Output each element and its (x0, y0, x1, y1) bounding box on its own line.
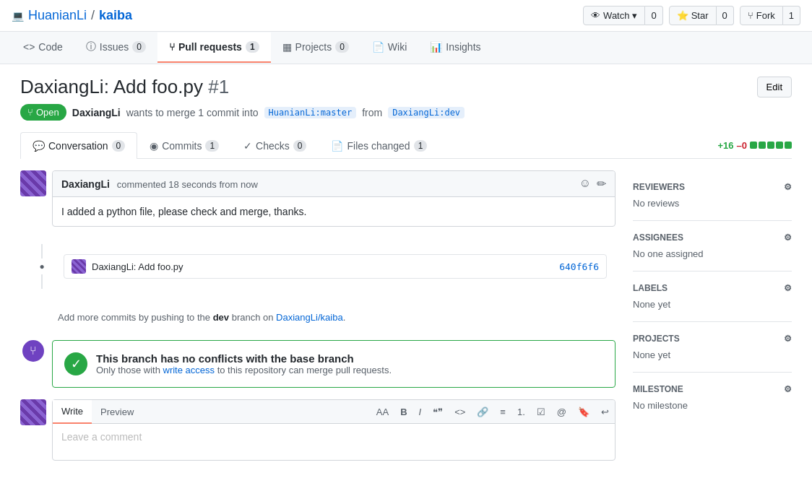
comment-author[interactable]: DaxiangLi (61, 178, 110, 190)
sidebar-milestone-title: Milestone ⚙ (633, 384, 792, 394)
emoji-button[interactable]: ☺ (579, 177, 591, 191)
tab-insights[interactable]: 📊 Insights (418, 32, 492, 63)
toolbar-italic-btn[interactable]: I (416, 405, 425, 419)
write-tab[interactable]: Write (53, 400, 92, 424)
commit-dot-icon: ● (39, 261, 44, 271)
toolbar-bold-btn[interactable]: B (397, 405, 410, 419)
source-branch[interactable]: DaxiangLi:dev (388, 107, 465, 118)
labels-gear-icon[interactable]: ⚙ (784, 283, 792, 293)
projects-gear-icon[interactable]: ⚙ (784, 334, 792, 344)
pr-main-content: DaxiangLi commented 18 seconds from now … (20, 170, 616, 461)
tab-commits[interactable]: ◉ Commits 1 (137, 132, 231, 159)
merge-text: This branch has no conflicts with the ba… (96, 352, 392, 375)
toolbar-code-btn[interactable]: <> (452, 405, 468, 419)
repo-separator: / (91, 8, 95, 23)
assignees-value: No one assigned (633, 248, 792, 259)
write-area[interactable]: Leave a comment (53, 424, 615, 460)
insights-icon: 📊 (430, 41, 442, 53)
target-branch[interactable]: HuanianLi:master (264, 107, 357, 118)
tab-checks[interactable]: ✓ Checks 0 (231, 132, 319, 159)
merge-status-box: ✓ This branch has no conflicts with the … (52, 340, 616, 388)
eye-icon: 👁 (591, 10, 600, 21)
reviewers-value: No reviews (633, 198, 792, 209)
divider-connector (20, 170, 46, 227)
write-toolbar: AA B I ❝❞ <> 🔗 ≡ 1. ☑ @ 🔖 ↩ (371, 402, 615, 422)
diff-block-3 (767, 142, 774, 149)
comment-wrapper: DaxiangLi commented 18 seconds from now … (20, 170, 616, 227)
star-count: 0 (717, 6, 734, 25)
toolbar-ref-btn[interactable]: 🔖 (575, 405, 592, 419)
comment-time: commented 18 seconds from now (117, 179, 258, 190)
pr-action-text: wants to merge 1 commit into (126, 107, 259, 118)
milestone-gear-icon[interactable]: ⚙ (784, 384, 792, 394)
edit-comment-button[interactable]: ✏ (597, 177, 606, 191)
toolbar-list-btn[interactable]: ≡ (497, 405, 509, 419)
pr-meta: ⑂ Open DaxiangLi wants to merge 1 commit… (20, 104, 792, 121)
commit-sha-link[interactable]: 640f6f6 (559, 261, 599, 272)
comment-box: DaxiangLi commented 18 seconds from now … (52, 170, 616, 227)
repo-name-link[interactable]: kaiba (99, 8, 132, 23)
diff-block-2 (759, 142, 766, 149)
conversation-icon: 💬 (33, 140, 45, 152)
fork-count: 1 (783, 6, 800, 25)
comment-header: DaxiangLi commented 18 seconds from now … (53, 171, 615, 197)
chevron-down-icon: ▾ (632, 10, 637, 21)
pr-title: DaxiangLi: Add foo.py #1 (20, 76, 229, 98)
tab-conversation[interactable]: 💬 Conversation 0 (20, 132, 137, 159)
commit-row: ● DaxiangLi: Add foo.py 640f6f6 (20, 238, 616, 295)
write-access-link[interactable]: write access (163, 365, 215, 375)
pr-author[interactable]: DaxiangLi (72, 107, 121, 118)
sidebar-reviewers-title: Reviewers ⚙ (633, 182, 792, 192)
check-icon: ✓ (64, 352, 87, 375)
pr-open-icon: ⑂ (27, 107, 33, 118)
commenter-avatar (20, 399, 46, 425)
repo-icon: 💻 (12, 10, 24, 22)
star-button[interactable]: ⭐ Star (669, 6, 717, 25)
fork-icon: ⑂ (748, 10, 753, 21)
toolbar-mention-btn[interactable]: @ (554, 405, 569, 419)
tab-code[interactable]: <> Code (12, 32, 74, 63)
commits-icon: ◉ (150, 140, 158, 152)
main-content: DaxiangLi: Add foo.py #1 Edit ⑂ Open Dax… (9, 64, 803, 472)
edit-button[interactable]: Edit (757, 77, 792, 97)
open-badge: ⑂ Open (20, 104, 66, 121)
toolbar-ordered-list-btn[interactable]: 1. (514, 405, 528, 419)
repo-link[interactable]: DaxiangLi/kaiba (276, 312, 343, 323)
tab-files-changed[interactable]: 📄 Files changed 1 (319, 132, 439, 159)
sidebar-milestone: Milestone ⚙ No milestone (633, 373, 792, 422)
tab-issues[interactable]: ⓘ Issues 0 (74, 32, 157, 64)
toolbar-task-list-btn[interactable]: ☑ (534, 405, 548, 419)
comment-actions: ☺ ✏ (579, 177, 606, 191)
watch-button[interactable]: 👁 Watch ▾ (583, 6, 645, 25)
tab-pull-requests[interactable]: ⑂ Pull requests 1 (157, 32, 271, 63)
write-wrapper: Write Preview AA B I ❝❞ <> 🔗 ≡ 1. ☑ (20, 399, 616, 461)
star-group: ⭐ Star 0 (669, 6, 734, 25)
sidebar-assignees-title: Assignees ⚙ (633, 233, 792, 243)
pr-from-text: from (362, 107, 382, 118)
toolbar-quote-btn[interactable]: ❝❞ (430, 405, 446, 419)
nav-tabs: <> Code ⓘ Issues 0 ⑂ Pull requests 1 ▦ P… (0, 32, 812, 64)
merge-connector: ⑂ (20, 340, 46, 388)
fork-button[interactable]: ⑂ Fork (740, 6, 783, 25)
watch-group: 👁 Watch ▾ 0 (583, 6, 663, 25)
preview-tab[interactable]: Preview (92, 401, 142, 423)
tab-projects[interactable]: ▦ Projects 0 (271, 32, 360, 63)
commit-connector: ● (29, 244, 55, 289)
labels-value: None yet (633, 299, 792, 310)
code-icon: <> (23, 41, 35, 53)
tab-wiki[interactable]: 📄 Wiki (360, 32, 418, 63)
reviewers-gear-icon[interactable]: ⚙ (784, 182, 792, 192)
toolbar-font-btn[interactable]: AA (373, 405, 392, 419)
pr-icon: ⑂ (169, 41, 175, 53)
pr-body: DaxiangLi commented 18 seconds from now … (20, 170, 792, 461)
diff-block-5 (785, 142, 792, 149)
page-header: 💻 HuanianLi / kaiba 👁 Watch ▾ 0 ⭐ Star 0… (0, 0, 812, 32)
assignees-gear-icon[interactable]: ⚙ (784, 233, 792, 243)
toolbar-reply-btn[interactable]: ↩ (598, 405, 612, 419)
toolbar-link-btn[interactable]: 🔗 (474, 405, 491, 419)
files-icon: 📄 (331, 140, 343, 152)
pr-title-row: DaxiangLi: Add foo.py #1 Edit (20, 76, 792, 98)
avatar (20, 170, 46, 196)
sidebar-projects-title: Projects ⚙ (633, 334, 792, 344)
repo-org-link[interactable]: HuanianLi (28, 8, 87, 23)
